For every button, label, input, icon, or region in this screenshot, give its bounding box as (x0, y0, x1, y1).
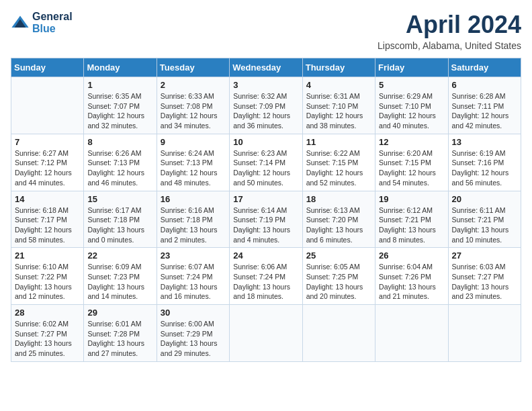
day-number: 13 (452, 137, 517, 147)
calendar-cell: 1Sunrise: 6:35 AM Sunset: 7:07 PM Daylig… (84, 77, 157, 134)
day-number: 2 (161, 80, 226, 90)
day-info: Sunrise: 6:22 AM Sunset: 7:15 PM Dayligh… (306, 148, 371, 188)
day-info: Sunrise: 6:23 AM Sunset: 7:14 PM Dayligh… (233, 148, 298, 188)
day-info: Sunrise: 6:10 AM Sunset: 7:22 PM Dayligh… (15, 262, 80, 302)
day-number: 5 (379, 80, 444, 90)
day-info: Sunrise: 6:09 AM Sunset: 7:23 PM Dayligh… (87, 262, 152, 302)
weekday-header-row: SundayMondayTuesdayWednesdayThursdayFrid… (11, 58, 521, 77)
day-info: Sunrise: 6:27 AM Sunset: 7:12 PM Dayligh… (15, 148, 80, 188)
title-block: April 2024 Lipscomb, Alabama, United Sta… (378, 11, 521, 51)
day-info: Sunrise: 6:28 AM Sunset: 7:11 PM Dayligh… (452, 91, 517, 131)
day-info: Sunrise: 6:29 AM Sunset: 7:10 PM Dayligh… (379, 91, 444, 131)
weekday-header: Saturday (448, 58, 521, 77)
day-info: Sunrise: 6:12 AM Sunset: 7:21 PM Dayligh… (379, 205, 444, 245)
calendar-cell (302, 305, 375, 362)
calendar-cell: 16Sunrise: 6:16 AM Sunset: 7:18 PM Dayli… (157, 191, 229, 248)
calendar-cell: 4Sunrise: 6:31 AM Sunset: 7:10 PM Daylig… (302, 77, 375, 134)
day-info: Sunrise: 6:35 AM Sunset: 7:07 PM Dayligh… (87, 91, 152, 131)
day-info: Sunrise: 6:17 AM Sunset: 7:18 PM Dayligh… (87, 205, 152, 245)
weekday-header: Wednesday (230, 58, 302, 77)
day-number: 29 (87, 308, 152, 318)
calendar-cell: 8Sunrise: 6:26 AM Sunset: 7:13 PM Daylig… (84, 134, 157, 191)
calendar-cell: 13Sunrise: 6:19 AM Sunset: 7:16 PM Dayli… (448, 134, 521, 191)
calendar-cell: 3Sunrise: 6:32 AM Sunset: 7:09 PM Daylig… (230, 77, 302, 134)
day-number: 24 (233, 250, 298, 261)
calendar-cell: 28Sunrise: 6:02 AM Sunset: 7:27 PM Dayli… (11, 305, 84, 362)
day-info: Sunrise: 6:31 AM Sunset: 7:10 PM Dayligh… (306, 91, 371, 131)
day-info: Sunrise: 6:14 AM Sunset: 7:19 PM Dayligh… (233, 205, 298, 245)
weekday-header: Friday (375, 58, 448, 77)
day-number: 3 (233, 80, 298, 90)
day-number: 17 (233, 194, 298, 204)
day-number: 10 (233, 137, 298, 147)
calendar-cell: 26Sunrise: 6:04 AM Sunset: 7:26 PM Dayli… (375, 248, 448, 305)
calendar-cell: 19Sunrise: 6:12 AM Sunset: 7:21 PM Dayli… (375, 191, 448, 248)
calendar-title: April 2024 (378, 11, 521, 39)
calendar-subtitle: Lipscomb, Alabama, United States (378, 40, 521, 51)
day-info: Sunrise: 6:00 AM Sunset: 7:29 PM Dayligh… (161, 319, 226, 359)
day-number: 26 (379, 250, 444, 261)
day-number: 27 (452, 250, 517, 261)
calendar-week-row: 1Sunrise: 6:35 AM Sunset: 7:07 PM Daylig… (11, 77, 521, 134)
weekday-header: Tuesday (157, 58, 229, 77)
day-number: 22 (87, 250, 152, 261)
day-info: Sunrise: 6:11 AM Sunset: 7:21 PM Dayligh… (452, 205, 517, 245)
calendar-cell: 6Sunrise: 6:28 AM Sunset: 7:11 PM Daylig… (448, 77, 521, 134)
day-number: 6 (452, 80, 517, 90)
day-info: Sunrise: 6:02 AM Sunset: 7:27 PM Dayligh… (15, 319, 80, 359)
day-number: 8 (87, 137, 152, 147)
calendar-week-row: 14Sunrise: 6:18 AM Sunset: 7:17 PM Dayli… (11, 191, 521, 248)
day-number: 11 (306, 137, 371, 147)
day-number: 16 (161, 194, 226, 204)
day-info: Sunrise: 6:06 AM Sunset: 7:24 PM Dayligh… (233, 262, 298, 302)
calendar-cell: 18Sunrise: 6:13 AM Sunset: 7:20 PM Dayli… (302, 191, 375, 248)
day-number: 4 (306, 80, 371, 90)
day-number: 19 (379, 194, 444, 204)
calendar-cell: 5Sunrise: 6:29 AM Sunset: 7:10 PM Daylig… (375, 77, 448, 134)
day-info: Sunrise: 6:01 AM Sunset: 7:28 PM Dayligh… (87, 319, 152, 359)
day-number: 14 (15, 194, 80, 204)
calendar-cell (448, 305, 521, 362)
logo-icon (11, 13, 30, 32)
day-info: Sunrise: 6:26 AM Sunset: 7:13 PM Dayligh… (87, 148, 152, 188)
day-info: Sunrise: 6:07 AM Sunset: 7:24 PM Dayligh… (161, 262, 226, 302)
calendar-table: SundayMondayTuesdayWednesdayThursdayFrid… (11, 58, 521, 362)
calendar-cell: 30Sunrise: 6:00 AM Sunset: 7:29 PM Dayli… (157, 305, 229, 362)
day-info: Sunrise: 6:20 AM Sunset: 7:15 PM Dayligh… (379, 148, 444, 188)
day-number: 1 (87, 80, 152, 90)
calendar-cell: 11Sunrise: 6:22 AM Sunset: 7:15 PM Dayli… (302, 134, 375, 191)
logo-text: General Blue (32, 11, 73, 35)
day-info: Sunrise: 6:04 AM Sunset: 7:26 PM Dayligh… (379, 262, 444, 302)
day-number: 20 (452, 194, 517, 204)
day-number: 15 (87, 194, 152, 204)
day-info: Sunrise: 6:13 AM Sunset: 7:20 PM Dayligh… (306, 205, 371, 245)
calendar-cell: 2Sunrise: 6:33 AM Sunset: 7:08 PM Daylig… (157, 77, 229, 134)
day-number: 23 (161, 250, 226, 261)
calendar-cell: 24Sunrise: 6:06 AM Sunset: 7:24 PM Dayli… (230, 248, 302, 305)
calendar-week-row: 21Sunrise: 6:10 AM Sunset: 7:22 PM Dayli… (11, 248, 521, 305)
calendar-cell: 20Sunrise: 6:11 AM Sunset: 7:21 PM Dayli… (448, 191, 521, 248)
logo: General Blue (11, 11, 73, 35)
weekday-header: Thursday (302, 58, 375, 77)
calendar-cell: 17Sunrise: 6:14 AM Sunset: 7:19 PM Dayli… (230, 191, 302, 248)
calendar-cell: 22Sunrise: 6:09 AM Sunset: 7:23 PM Dayli… (84, 248, 157, 305)
day-info: Sunrise: 6:19 AM Sunset: 7:16 PM Dayligh… (452, 148, 517, 188)
calendar-week-row: 7Sunrise: 6:27 AM Sunset: 7:12 PM Daylig… (11, 134, 521, 191)
calendar-cell: 9Sunrise: 6:24 AM Sunset: 7:13 PM Daylig… (157, 134, 229, 191)
page-header: General Blue April 2024 Lipscomb, Alabam… (11, 11, 521, 51)
calendar-cell: 14Sunrise: 6:18 AM Sunset: 7:17 PM Dayli… (11, 191, 84, 248)
calendar-cell: 7Sunrise: 6:27 AM Sunset: 7:12 PM Daylig… (11, 134, 84, 191)
day-number: 28 (15, 308, 80, 318)
day-number: 21 (15, 250, 80, 261)
weekday-header: Monday (84, 58, 157, 77)
day-number: 9 (161, 137, 226, 147)
day-info: Sunrise: 6:33 AM Sunset: 7:08 PM Dayligh… (161, 91, 226, 131)
day-number: 30 (161, 308, 226, 318)
day-number: 12 (379, 137, 444, 147)
calendar-cell: 29Sunrise: 6:01 AM Sunset: 7:28 PM Dayli… (84, 305, 157, 362)
calendar-cell (230, 305, 302, 362)
calendar-cell: 12Sunrise: 6:20 AM Sunset: 7:15 PM Dayli… (375, 134, 448, 191)
calendar-cell: 10Sunrise: 6:23 AM Sunset: 7:14 PM Dayli… (230, 134, 302, 191)
day-info: Sunrise: 6:05 AM Sunset: 7:25 PM Dayligh… (306, 262, 371, 302)
day-info: Sunrise: 6:16 AM Sunset: 7:18 PM Dayligh… (161, 205, 226, 245)
